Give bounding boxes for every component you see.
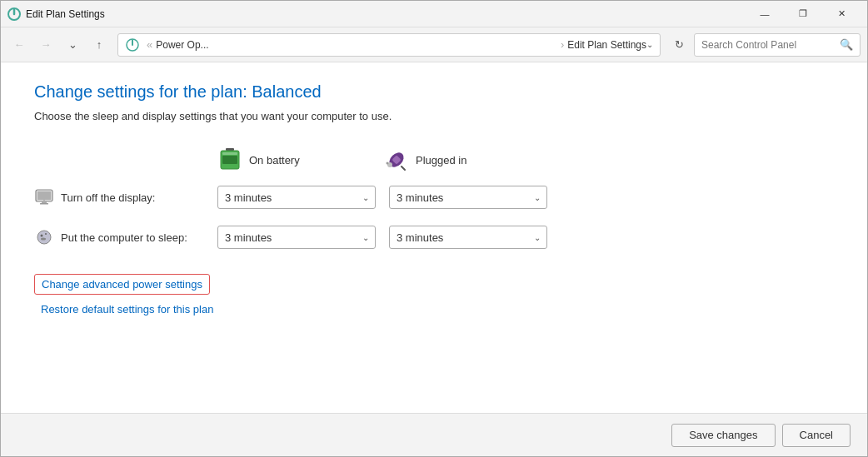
sleep-battery-dropdown[interactable]: 3 minutes 1 minute 2 minutes 5 minutes 1… bbox=[217, 226, 376, 249]
plug-icon bbox=[384, 147, 409, 172]
advanced-power-settings-link[interactable]: Change advanced power settings bbox=[34, 274, 210, 295]
svg-point-21 bbox=[41, 238, 46, 241]
sleep-plugged-dropdown[interactable]: 3 minutes 1 minute 2 minutes 5 minutes 1… bbox=[389, 226, 547, 249]
window-title: Edit Plan Settings bbox=[26, 8, 746, 20]
minimize-button[interactable]: — bbox=[746, 1, 784, 27]
plugged-column-label: Plugged in bbox=[416, 154, 466, 166]
battery-icon bbox=[217, 147, 242, 172]
save-changes-button[interactable]: Save changes bbox=[671, 424, 775, 447]
display-battery-dropdown[interactable]: 3 minutes 1 minute 2 minutes 5 minutes 1… bbox=[217, 186, 376, 209]
svg-rect-14 bbox=[37, 191, 51, 200]
back-button[interactable]: ← bbox=[7, 33, 31, 57]
sleep-plugged-dropdown-wrapper: 3 minutes 1 minute 2 minutes 5 minutes 1… bbox=[389, 226, 547, 249]
column-header-battery: On battery bbox=[217, 147, 384, 172]
svg-point-19 bbox=[41, 235, 43, 237]
forward-icon: → bbox=[41, 38, 52, 51]
svg-line-10 bbox=[402, 166, 405, 170]
svg-point-12 bbox=[387, 162, 389, 165]
footer: Save changes Cancel bbox=[1, 413, 867, 456]
sleep-label-area: Put the computer to sleep: bbox=[34, 227, 217, 247]
settings-table: On battery Plugged in bbox=[34, 147, 601, 249]
sleep-row-label: Put the computer to sleep: bbox=[61, 231, 187, 244]
sleep-battery-dropdown-wrapper: 3 minutes 1 minute 2 minutes 5 minutes 1… bbox=[217, 226, 376, 249]
display-plugged-dropdown[interactable]: 3 minutes 1 minute 2 minutes 5 minutes 1… bbox=[389, 186, 547, 209]
dropdown-arrow-icon: ⌄ bbox=[68, 38, 77, 51]
svg-rect-6 bbox=[222, 156, 237, 164]
address-bar[interactable]: « Power Op... › Edit Plan Settings ⌄ bbox=[117, 33, 661, 57]
up-button[interactable]: ↑ bbox=[87, 33, 111, 57]
links-section: Change advanced power settings Restore d… bbox=[34, 274, 834, 315]
cancel-button[interactable]: Cancel bbox=[782, 424, 851, 447]
address-bar-icon bbox=[125, 37, 140, 52]
battery-column-label: On battery bbox=[249, 154, 300, 166]
column-headers: On battery Plugged in bbox=[217, 147, 601, 172]
display-label-area: Turn off the display: bbox=[34, 187, 217, 207]
nav-bar: ← → ⌄ ↑ « Power Op... › Edit Plan Settin… bbox=[1, 27, 867, 62]
svg-point-20 bbox=[45, 233, 47, 235]
svg-point-18 bbox=[37, 231, 51, 244]
window-controls: — ❐ ✕ bbox=[746, 1, 861, 27]
svg-rect-7 bbox=[222, 152, 237, 155]
sleep-settings-row: Put the computer to sleep: 3 minutes 1 m… bbox=[34, 226, 601, 249]
forward-button[interactable]: → bbox=[34, 33, 57, 57]
svg-rect-16 bbox=[40, 203, 48, 205]
page-subtitle: Choose the sleep and display settings th… bbox=[34, 110, 834, 122]
search-icon: 🔍 bbox=[840, 38, 853, 51]
main-window: Edit Plan Settings — ❐ ✕ ← → ⌄ ↑ bbox=[0, 0, 868, 457]
search-input[interactable] bbox=[701, 39, 840, 51]
title-bar: Edit Plan Settings — ❐ ✕ bbox=[1, 1, 867, 27]
address-separator: « bbox=[147, 38, 152, 51]
maximize-button[interactable]: ❐ bbox=[784, 1, 822, 27]
restore-defaults-link[interactable]: Restore default settings for this plan bbox=[41, 303, 834, 315]
content-area: Change settings for the plan: Balanced C… bbox=[1, 62, 867, 413]
display-settings-row: Turn off the display: 3 minutes 1 minute… bbox=[34, 186, 601, 209]
display-row-label: Turn off the display: bbox=[61, 191, 155, 204]
app-icon bbox=[7, 7, 21, 21]
svg-point-17 bbox=[43, 200, 44, 201]
refresh-icon: ↻ bbox=[675, 38, 684, 51]
breadcrumb-current: Edit Plan Settings bbox=[567, 39, 646, 51]
refresh-button[interactable]: ↻ bbox=[667, 33, 691, 57]
column-header-plugged: Plugged in bbox=[384, 147, 551, 172]
svg-rect-15 bbox=[42, 201, 47, 203]
close-button[interactable]: ✕ bbox=[822, 1, 861, 27]
address-dropdown-icon[interactable]: ⌄ bbox=[646, 40, 653, 49]
back-icon: ← bbox=[14, 38, 25, 51]
sleep-row-icon bbox=[34, 227, 54, 247]
page-title: Change settings for the plan: Balanced bbox=[34, 82, 834, 102]
breadcrumb-arrow: › bbox=[561, 38, 564, 51]
recent-pages-button[interactable]: ⌄ bbox=[61, 33, 84, 57]
breadcrumb-parent: Power Op... bbox=[156, 39, 557, 51]
display-row-icon bbox=[34, 187, 54, 207]
display-battery-dropdown-wrapper: 3 minutes 1 minute 2 minutes 5 minutes 1… bbox=[217, 186, 376, 209]
up-icon: ↑ bbox=[97, 38, 102, 51]
display-plugged-dropdown-wrapper: 3 minutes 1 minute 2 minutes 5 minutes 1… bbox=[389, 186, 547, 209]
search-bar[interactable]: 🔍 bbox=[694, 33, 861, 57]
